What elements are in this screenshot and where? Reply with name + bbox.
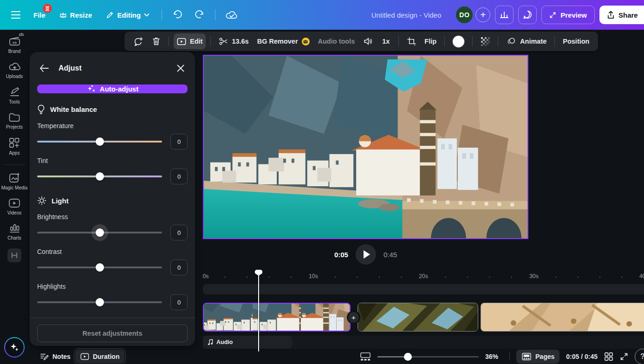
hourglass-icon [45,6,50,11]
editing-mode-dropdown[interactable]: Editing [100,6,155,24]
reset-adjustments-button[interactable]: Reset adjustments [37,325,188,342]
undo-icon [173,10,183,20]
help-button[interactable]: ? [635,349,644,364]
total-time: 0:45 [384,251,397,259]
user-avatar[interactable]: DO [456,6,473,23]
sidebar-item-projects[interactable]: Projects [1,112,28,130]
preview-button[interactable]: Preview [541,6,595,24]
sidebar-item-label: Videos [7,210,21,215]
contrast-value-box[interactable]: 0 [170,260,188,275]
color-picker-button[interactable] [449,33,468,49]
cloud-save-status-button[interactable] [222,6,241,24]
timeline-clip-3[interactable] [481,303,644,332]
brightness-value-box[interactable]: 0 [170,225,188,240]
transparency-button[interactable] [477,33,493,49]
notes-button[interactable]: Notes [40,353,71,361]
zoom-slider-thumb[interactable] [404,353,412,361]
trim-duration-button[interactable]: 13.6s [215,33,252,49]
playback-speed-button[interactable]: 1x [378,33,394,49]
sidebar-app-shortcut[interactable] [7,248,21,262]
toolbar-divider [554,36,555,46]
highlights-slider[interactable] [37,298,162,307]
sidebar-item-apps[interactable]: Apps [1,137,28,156]
light-section-heading: Light [37,196,188,205]
brightness-slider[interactable] [37,228,162,237]
auto-adjust-button[interactable]: Auto-adjust [37,84,188,93]
timeline-playhead[interactable] [255,270,262,351]
temperature-slider[interactable] [37,137,162,146]
timeline-ruler[interactable]: 0s 10s 20s 30s 40s [203,271,644,283]
grid-view-icon[interactable] [604,352,613,361]
audio-track-row[interactable]: Audio [203,336,644,349]
design-title[interactable]: Untitled design - Video [371,11,442,19]
brand-kit-icon: co [8,36,21,46]
selected-video-element[interactable] [203,55,528,239]
delete-button[interactable] [148,33,164,49]
timeline-clip-1-selected[interactable] [203,303,351,332]
temperature-slider-thumb[interactable] [96,137,104,146]
sidebar-item-label: Charts [7,235,21,240]
expand-arrows-icon [549,12,556,19]
crop-button[interactable] [403,33,419,49]
clip1-thumb-3 [301,304,350,331]
animate-button[interactable]: Animate [503,33,550,49]
pages-button[interactable]: Pages [516,350,559,364]
transparency-checkerboard-icon [481,37,490,46]
add-comment-button[interactable] [130,33,146,49]
volume-button[interactable] [360,33,376,49]
timeline-zoom-slider[interactable] [377,353,479,360]
audio-tools-button[interactable]: Audio tools [315,33,358,49]
flip-button[interactable]: Flip [421,33,440,49]
redo-button[interactable] [190,6,208,24]
highlights-slider-thumb[interactable] [96,298,104,306]
add-clip-button[interactable]: + [348,312,359,323]
duration-button[interactable]: Duration [75,350,125,364]
sidebar-item-label: Uploads [6,74,23,79]
timeline-view-icon[interactable] [360,352,371,361]
trial-timer-badge [43,4,52,13]
sidebar-item-tools[interactable]: Tools [1,87,28,104]
tint-slider[interactable] [37,172,162,181]
tint-value-box[interactable]: 0 [170,169,188,184]
bg-remover-button[interactable]: BG Remover [254,33,313,49]
topbar-divider [215,9,215,20]
play-button[interactable] [356,244,376,265]
light-heading-label: Light [52,197,69,205]
audio-track-chip[interactable]: Audio [203,336,292,349]
contrast-slider-thumb[interactable] [96,263,104,272]
sidebar-item-videos[interactable]: Videos [1,198,28,215]
temperature-label: Temperature [37,122,188,130]
edit-video-button[interactable]: Edit [174,33,206,49]
undo-button[interactable] [169,6,187,24]
close-panel-button[interactable] [174,61,188,75]
clip2-thumbnails [358,303,478,331]
file-menu-button[interactable]: File [28,6,51,24]
white-color-swatch [453,36,464,47]
contrast-slider[interactable] [37,263,162,272]
timeline-scroll-track[interactable] [203,284,644,294]
position-button[interactable]: Position [559,33,592,49]
sidebar-item-uploads[interactable]: Uploads [1,62,28,79]
timeline-clip-2[interactable] [358,303,478,332]
share-button[interactable]: Share [599,6,644,24]
temperature-value-box[interactable]: 0 [170,134,188,150]
share-label: Share [618,11,638,19]
sidebar-item-magic-media[interactable]: Magic Media [1,172,28,190]
insights-button[interactable] [495,6,514,24]
comments-button[interactable] [518,6,537,24]
resize-button[interactable]: Resize [54,6,98,24]
brightness-slider-thumb[interactable] [96,228,104,237]
tint-slider-thumb[interactable] [96,172,104,181]
fullscreen-icon[interactable] [620,352,628,361]
highlights-value-box[interactable]: 0 [170,294,188,310]
flip-label: Flip [424,38,436,45]
back-button[interactable] [37,61,51,75]
playback-controls: 0:05 0:45 [203,244,528,265]
add-member-button[interactable]: + [475,7,490,22]
audio-track-label: Audio [216,339,233,345]
sidebar-item-charts[interactable]: Charts [1,223,28,240]
main-menu-button[interactable] [7,6,25,24]
sun-icon [37,196,46,205]
share-upload-icon [607,11,615,19]
sidebar-item-brand[interactable]: co Brand [1,36,28,54]
